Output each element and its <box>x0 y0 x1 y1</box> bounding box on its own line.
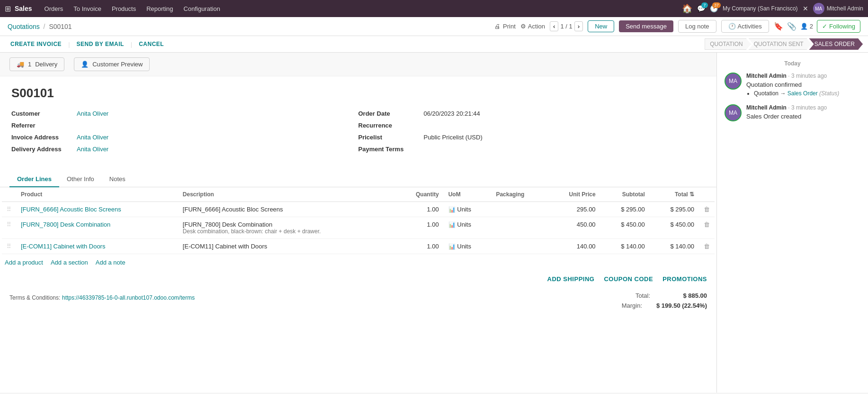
toolbar-right-icons: 🔖 📎 👤 2 ✓ Following <box>774 20 860 33</box>
margin-label: Margin: <box>604 302 642 309</box>
delivery-address-value[interactable]: Anita Oliver <box>77 146 108 153</box>
user-info[interactable]: MA Mitchell Admin <box>813 3 863 14</box>
breadcrumb-parent[interactable]: Quotations <box>8 23 40 30</box>
total-value: $ 885.00 <box>664 292 707 299</box>
person-icon: 👤 <box>800 23 808 30</box>
send-by-email-button[interactable]: SEND BY EMAIL <box>74 39 127 49</box>
pager-prev[interactable]: ‹ <box>550 21 558 31</box>
delivery-count: 1 <box>28 61 31 68</box>
new-button[interactable]: New <box>588 20 614 32</box>
form-grid: Customer Anita Oliver Referrer Invoice A… <box>11 110 705 157</box>
order-lines-table: Product Description Quantity UoM Packagi… <box>2 187 715 254</box>
uom-icon: 📊 <box>448 243 456 250</box>
chatter-message: MA Mitchell Admin · 3 minutes ago Sales … <box>725 104 860 121</box>
row-delete[interactable]: 🗑 <box>699 217 715 239</box>
add-product-link[interactable]: Add a product <box>5 259 43 266</box>
print-button[interactable]: 🖨 Print <box>494 23 516 30</box>
menu-reporting[interactable]: Reporting <box>142 3 178 14</box>
log-note-button[interactable]: Log note <box>678 20 716 33</box>
tab-notes[interactable]: Notes <box>102 172 133 187</box>
print-label: Print <box>503 23 516 30</box>
activities-button[interactable]: 🕐 Activities <box>721 20 769 33</box>
chatter-message: MA Mitchell Admin · 3 minutes ago Quotat… <box>725 73 860 97</box>
customer-value[interactable]: Anita Oliver <box>77 110 108 117</box>
cancel-button[interactable]: CANCEL <box>136 39 167 49</box>
terms-link[interactable]: https://46339785-16-0-all.runbot107.odoo… <box>62 294 195 301</box>
tab-other-info[interactable]: Other Info <box>59 172 102 187</box>
coupon-code-link[interactable]: COUPON CODE <box>604 275 653 283</box>
row-delete[interactable]: 🗑 <box>699 239 715 254</box>
invoice-address-value[interactable]: Anita Oliver <box>77 134 108 141</box>
log-note-label: Log note <box>685 23 709 30</box>
chatter-time: · <box>788 73 791 79</box>
status-quotation-sent[interactable]: QUOTATION SENT <box>749 38 812 50</box>
chatter-author: Mitchell Admin <box>746 73 787 79</box>
customer-row: Customer Anita Oliver <box>11 110 358 117</box>
content-area: 🚚 1 Delivery 👤 Customer Preview S00101 C… <box>0 53 716 393</box>
add-shipping-link[interactable]: ADD SHIPPING <box>547 275 595 283</box>
home-icon-btn[interactable]: 🏠 <box>682 3 692 14</box>
chatter-new-value[interactable]: Sales Order <box>787 90 818 97</box>
row-description: [E-COM11] Cabinet with Doors <box>178 239 396 254</box>
order-lines-section: Product Description Quantity UoM Packagi… <box>0 187 716 254</box>
print-icon: 🖨 <box>494 23 501 30</box>
paperclip-icon-btn[interactable]: 📎 <box>787 22 796 31</box>
menu-orders[interactable]: Orders <box>40 3 68 14</box>
row-total: $ 450.00 <box>650 217 699 239</box>
message-icon-btn[interactable]: 💬 7 <box>697 5 705 12</box>
chatter-message-content: Mitchell Admin · 3 minutes ago Quotation… <box>746 73 860 97</box>
truck-icon: 🚚 <box>17 61 24 68</box>
create-invoice-button[interactable]: CREATE INVOICE <box>8 39 64 49</box>
app-name[interactable]: Sales <box>15 5 32 12</box>
row-packaging <box>491 202 547 217</box>
uom-icon: 📊 <box>448 221 456 228</box>
row-handle[interactable]: ⠿ <box>2 239 16 254</box>
sort-icon[interactable]: ⇅ <box>689 191 694 198</box>
menu-products[interactable]: Products <box>107 3 141 14</box>
row-product[interactable]: [FURN_6666] Acoustic Bloc Screens <box>16 202 178 217</box>
chatter-timestamp: 3 minutes ago <box>791 73 827 79</box>
following-button[interactable]: ✓ Following <box>817 20 860 33</box>
status-sales-order[interactable]: SALES ORDER <box>809 38 863 50</box>
customer-preview-button[interactable]: 👤 Customer Preview <box>74 57 150 71</box>
table-row: ⠿ [FURN_6666] Acoustic Bloc Screens [FUR… <box>2 202 715 217</box>
followers-count[interactable]: 👤 2 <box>800 23 813 30</box>
row-product[interactable]: [E-COM11] Cabinet with Doors <box>16 239 178 254</box>
menu-configuration[interactable]: Configuration <box>179 3 225 14</box>
margin-value: $ 199.50 (22.54%) <box>656 302 707 309</box>
pager-next[interactable]: › <box>574 21 583 31</box>
send-message-button[interactable]: Send message <box>619 20 673 32</box>
chatter-panel: Today MA Mitchell Admin · 3 minutes ago … <box>716 53 868 393</box>
promotions-link[interactable]: PROMOTIONS <box>662 275 707 283</box>
add-note-link[interactable]: Add a note <box>96 259 125 266</box>
delivery-button[interactable]: 🚚 1 Delivery <box>9 57 64 71</box>
following-label: Following <box>829 23 855 30</box>
menu-to-invoice[interactable]: To Invoice <box>69 3 106 14</box>
tab-order-lines[interactable]: Order Lines <box>9 172 59 187</box>
chatter-avatar: MA <box>725 73 742 90</box>
close-icon-btn[interactable]: ✕ <box>803 5 808 12</box>
customer-label: Customer <box>11 110 73 117</box>
totals-section: Total: $ 885.00 Margin: $ 199.50 (22.54%… <box>604 292 707 312</box>
col-total: Total ⇅ <box>650 187 699 202</box>
col-subtotal: Subtotal <box>600 187 650 202</box>
action-dropdown[interactable]: ⚙ Action <box>520 23 545 30</box>
footer-actions: ADD SHIPPING COUPON CODE PROMOTIONS <box>0 271 716 287</box>
row-handle[interactable]: ⠿ <box>2 202 16 217</box>
row-handle[interactable]: ⠿ <box>2 217 16 239</box>
apps-icon[interactable]: ⊞ <box>5 4 11 13</box>
row-subtotal: $ 295.00 <box>600 202 650 217</box>
row-product[interactable]: [FURN_7800] Desk Combination <box>16 217 178 239</box>
chatter-day-label: Today <box>725 60 860 67</box>
form-left: Customer Anita Oliver Referrer Invoice A… <box>11 110 358 157</box>
add-section-link[interactable]: Add a section <box>51 259 88 266</box>
user-avatar: MA <box>813 3 824 14</box>
bookmark-icon-btn[interactable]: 🔖 <box>774 22 783 31</box>
status-quotation[interactable]: QUOTATION <box>705 38 751 50</box>
row-delete[interactable]: 🗑 <box>699 202 715 217</box>
chatter-author: Mitchell Admin <box>746 104 787 111</box>
clock-icon-btn[interactable]: 🕐 37 <box>710 5 718 12</box>
footer-bottom: Terms & Conditions: https://46339785-16-… <box>0 292 716 321</box>
order-date-label: Order Date <box>358 110 420 117</box>
row-total: $ 295.00 <box>650 202 699 217</box>
